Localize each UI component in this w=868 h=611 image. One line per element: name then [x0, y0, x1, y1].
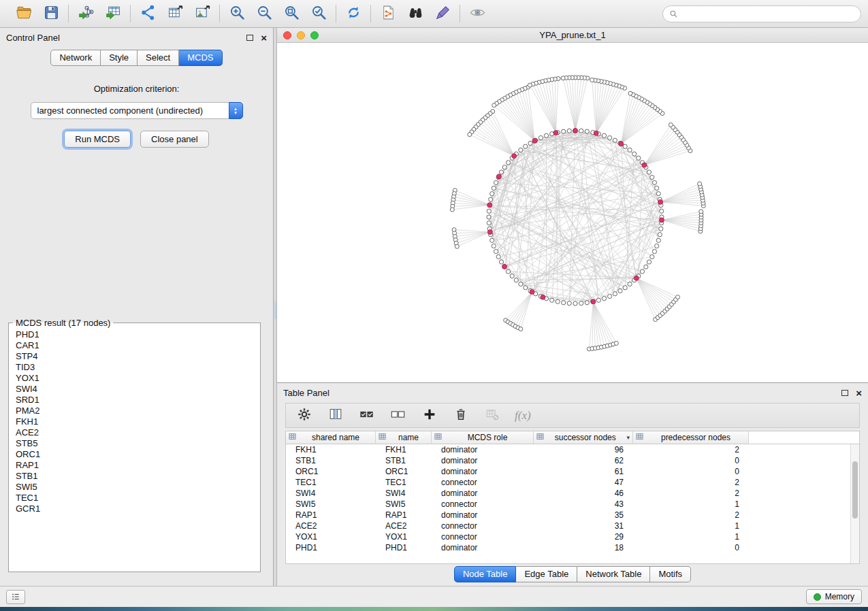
status-list-button[interactable]	[6, 590, 25, 604]
zoom-selected-button[interactable]	[308, 3, 329, 24]
unselect-all-icon	[391, 407, 406, 424]
mcds-result-item[interactable]: SRD1	[13, 395, 256, 406]
table-row[interactable]: SWI5SWI5connector431	[286, 499, 859, 510]
search-input[interactable]	[682, 9, 854, 19]
mcds-result-item[interactable]: SWI4	[13, 384, 256, 395]
mcds-result-item[interactable]: PHD1	[13, 329, 256, 340]
float-table-panel-icon[interactable]	[841, 390, 848, 396]
search-box[interactable]	[662, 5, 861, 22]
table-row[interactable]: TEC1TEC1connector472	[286, 477, 859, 488]
control-tab-mcds[interactable]: MCDS	[179, 50, 222, 66]
mcds-result-item[interactable]: CAR1	[13, 340, 256, 351]
import-network-button[interactable]	[75, 3, 97, 24]
close-panel-icon[interactable]: ×	[261, 33, 267, 43]
gear-icon	[297, 407, 312, 424]
mcds-result-item[interactable]: YOX1	[13, 373, 256, 384]
column-header-successor-nodes[interactable]: successor nodes▾	[534, 431, 633, 444]
add-row-button[interactable]	[421, 407, 438, 425]
mcds-result-item[interactable]: STP4	[13, 351, 256, 362]
table-scrollbar[interactable]	[850, 444, 859, 563]
zoom-in-icon	[229, 4, 246, 23]
import-table-button[interactable]	[102, 3, 124, 24]
mcds-result-item[interactable]: STB1	[13, 471, 256, 482]
style-brush-button[interactable]	[432, 3, 453, 24]
table-tab-node-table[interactable]: Node Table	[454, 566, 517, 582]
optimization-dropdown[interactable]: largest connected component (undirected)…	[31, 102, 243, 119]
table-row[interactable]: PHD1PHD1dominator180	[286, 542, 859, 553]
network-view[interactable]	[277, 43, 868, 382]
columns-button[interactable]	[327, 407, 344, 425]
mcds-result-list[interactable]: PHD1CAR1STP4TID3YOX1SWI4SRD1PMA2FKH1ACE2…	[13, 329, 256, 567]
mcds-result-item[interactable]: PMA2	[13, 406, 256, 416]
network-share-icon	[140, 4, 157, 23]
table-row[interactable]: ACE2ACE2connector311	[286, 521, 859, 531]
add-row-icon	[422, 407, 437, 424]
refresh-layout-button[interactable]	[342, 3, 364, 24]
zoom-fit-button[interactable]	[280, 3, 302, 24]
close-table-panel-icon[interactable]: ×	[856, 388, 862, 398]
control-panel-title: Control Panel	[6, 33, 60, 43]
table-row[interactable]: YOX1YOX1connector291	[286, 531, 859, 542]
fx-function-button[interactable]: f(x)	[515, 409, 531, 423]
table-cell: TEC1	[286, 477, 376, 488]
share-document-button[interactable]	[377, 3, 399, 24]
table-tab-motifs[interactable]: Motifs	[650, 566, 691, 582]
table-cell: 46	[534, 488, 633, 499]
float-panel-icon[interactable]	[246, 35, 253, 41]
network-share-button[interactable]	[137, 3, 159, 24]
export-table-icon	[167, 4, 184, 23]
save-session-button[interactable]	[40, 3, 62, 24]
delete-row-button[interactable]	[452, 407, 470, 425]
table-row[interactable]: SWI4SWI4dominator462	[286, 488, 859, 499]
control-tab-style[interactable]: Style	[101, 50, 138, 66]
network-window-titlebar[interactable]: YPA_prune.txt_1	[277, 28, 868, 43]
table-row[interactable]: RAP1RAP1dominator352	[286, 510, 859, 521]
find-binoculars-button[interactable]	[404, 3, 426, 24]
minimize-window-button[interactable]	[297, 31, 305, 39]
table-row[interactable]: FKH1FKH1dominator962	[286, 444, 859, 455]
control-tab-select[interactable]: Select	[138, 50, 179, 66]
status-bar: Memory	[0, 586, 868, 607]
control-tab-network[interactable]: Network	[50, 50, 101, 66]
table-row[interactable]: ORC1ORC1dominator610	[286, 466, 859, 477]
open-file-button[interactable]	[13, 3, 35, 24]
column-header-name[interactable]: name	[376, 431, 432, 444]
column-header-mcds-role[interactable]: MCDS role	[432, 431, 534, 444]
table-cell: 62	[534, 455, 633, 466]
mcds-result-item[interactable]: FKH1	[13, 416, 256, 427]
mcds-result-item[interactable]: ACE2	[13, 427, 256, 438]
mcds-result-item[interactable]: TEC1	[13, 493, 256, 503]
zoom-selected-icon	[310, 4, 327, 23]
mcds-result-item[interactable]: SWI5	[13, 482, 256, 493]
table-cell: 2	[633, 488, 749, 499]
column-header-predecessor-nodes[interactable]: predecessor nodes	[633, 431, 749, 444]
mcds-result-item[interactable]: STB5	[13, 438, 256, 449]
maximize-window-button[interactable]	[310, 31, 319, 39]
mcds-result-item[interactable]: RAP1	[13, 460, 256, 471]
table-cell: SWI5	[286, 499, 376, 510]
zoom-in-button[interactable]	[226, 3, 248, 24]
select-all-button[interactable]	[358, 407, 376, 425]
close-panel-button[interactable]: Close panel	[140, 131, 209, 148]
scrollbar-thumb[interactable]	[852, 461, 858, 518]
table-cell: 61	[534, 466, 633, 477]
close-window-button[interactable]	[283, 31, 291, 39]
show-eye-button[interactable]	[466, 3, 488, 24]
table-row[interactable]: STB1STB1dominator620	[286, 455, 859, 466]
table-tab-edge-table[interactable]: Edge Table	[516, 566, 577, 582]
delete-table-button[interactable]	[483, 407, 501, 425]
mcds-result-item[interactable]: ORC1	[13, 449, 256, 460]
table-tab-network-table[interactable]: Network Table	[577, 566, 650, 582]
mcds-result-item[interactable]: GCR1	[13, 503, 256, 514]
export-image-button[interactable]	[191, 3, 213, 24]
unselect-all-button[interactable]	[389, 407, 407, 425]
splitter-grip-icon[interactable]	[274, 301, 276, 319]
gear-button[interactable]	[295, 407, 313, 425]
zoom-out-button[interactable]	[253, 3, 275, 24]
mcds-result-item[interactable]: TID3	[13, 362, 256, 373]
export-table-button[interactable]	[164, 3, 186, 24]
memory-button[interactable]: Memory	[806, 589, 862, 604]
column-header-shared-name[interactable]: shared name	[286, 431, 376, 444]
run-mcds-button[interactable]: Run MCDS	[64, 131, 131, 148]
table-cell: SWI5	[376, 499, 432, 510]
